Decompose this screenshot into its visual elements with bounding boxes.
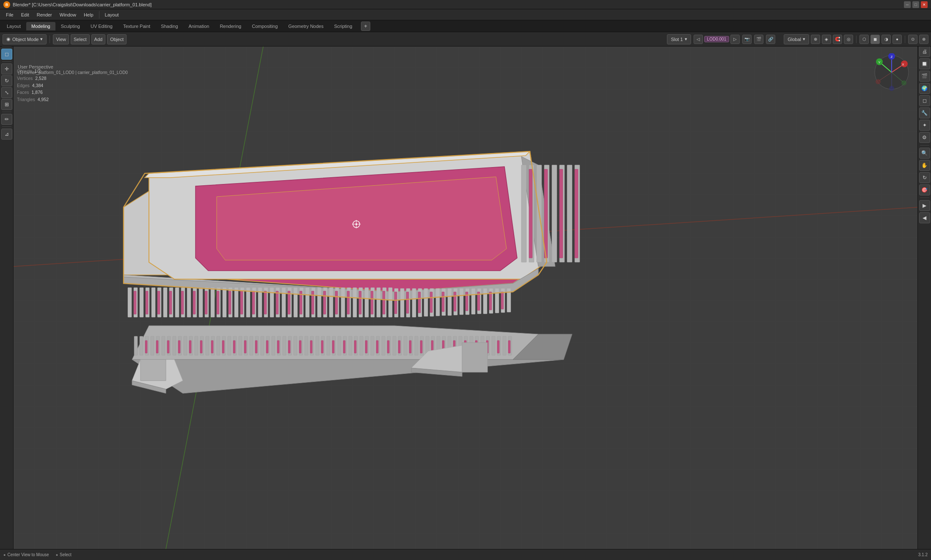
overlays-btn[interactable]: ⊙ (908, 35, 917, 44)
svg-rect-208 (288, 291, 290, 314)
tab-compositing[interactable]: Compositing (247, 22, 283, 30)
tab-scripting[interactable]: Scripting (329, 22, 357, 30)
navigation-gizmo[interactable]: X Y Z (873, 53, 911, 91)
tool-transform[interactable]: ⊞ (1, 99, 12, 110)
tab-modeling[interactable]: Modeling (26, 22, 55, 30)
lod-prev-btn[interactable]: ◁ (694, 35, 703, 44)
transform-icon-btn[interactable]: ⊕ (811, 35, 820, 44)
add-menu[interactable]: Add (91, 34, 106, 44)
close-button[interactable]: ✕ (921, 1, 928, 8)
tab-layout[interactable]: Layout (2, 22, 26, 30)
scene-properties-btn[interactable]: 🎬 (919, 71, 930, 82)
minimize-button[interactable]: ─ (904, 1, 911, 8)
svg-rect-120 (552, 165, 557, 262)
link-btn[interactable]: 🔗 (766, 35, 775, 44)
svg-rect-144 (211, 288, 215, 317)
nav-pan-btn[interactable]: ✋ (919, 160, 930, 171)
lod-badge: LOD0.001 (704, 36, 730, 42)
tool-select[interactable]: ◻ (1, 49, 12, 60)
solid-btn active[interactable]: ◼ (870, 35, 880, 44)
svg-rect-202 (217, 291, 219, 314)
tool-annotate[interactable]: ✏ (1, 114, 12, 125)
svg-rect-216 (383, 291, 385, 314)
status-select: Select (60, 552, 72, 557)
sidebar-toggle[interactable]: ▶ (919, 200, 930, 211)
svg-rect-87 (277, 340, 279, 353)
svg-rect-210 (311, 291, 314, 314)
nav-zoom-btn[interactable]: 🔍 (919, 148, 930, 159)
svg-rect-76 (156, 340, 158, 353)
object-menu[interactable]: Object (107, 34, 127, 44)
world-properties-btn[interactable]: 🌍 (919, 83, 930, 94)
pivot-btn[interactable]: ◈ (822, 35, 831, 44)
svg-rect-91 (321, 340, 323, 353)
tab-rendering[interactable]: Rendering (215, 22, 246, 30)
material-btn[interactable]: ◑ (881, 35, 891, 44)
svg-text:Z: Z (891, 55, 893, 59)
nav-fly-btn[interactable]: 🎯 (919, 184, 930, 195)
svg-rect-11 (162, 336, 165, 355)
tool-scale[interactable]: ⤡ (1, 87, 12, 98)
svg-rect-213 (347, 291, 350, 314)
svg-rect-97 (387, 340, 389, 353)
tab-texture-paint[interactable]: Texture Paint (118, 22, 155, 30)
tab-shading[interactable]: Shading (156, 22, 183, 30)
menu-file[interactable]: File (3, 11, 17, 18)
menu-window[interactable]: Window (56, 11, 80, 18)
toolbar-toggle[interactable]: ◀ (919, 212, 930, 223)
slot-indicator[interactable]: Slot 1 ▾ (667, 34, 691, 44)
svg-marker-231 (462, 343, 488, 372)
object-properties-btn[interactable]: ◻ (919, 95, 930, 106)
svg-rect-164 (329, 288, 333, 317)
tab-sculpting[interactable]: Sculpting (56, 22, 85, 30)
view-layer-btn[interactable]: 🔲 (919, 58, 930, 69)
output-properties-btn[interactable]: 🖨 (919, 46, 930, 57)
scene-btn[interactable]: 🎬 (754, 35, 763, 44)
particles-btn[interactable]: ✦ (919, 120, 930, 131)
wireframe-btn[interactable]: ⬡ (859, 35, 869, 44)
svg-rect-126 (559, 169, 563, 258)
tab-uv-editing[interactable]: UV Editing (85, 22, 118, 30)
maximize-button[interactable]: □ (912, 1, 919, 8)
svg-rect-186 (460, 288, 463, 315)
select-menu[interactable]: Select (71, 34, 90, 44)
svg-rect-51 (382, 336, 385, 355)
rendered-btn[interactable]: ● (892, 35, 902, 44)
layout-item[interactable]: Layout (102, 11, 122, 18)
modifier-properties-btn[interactable]: 🔧 (919, 107, 930, 118)
add-workspace-button[interactable]: + (361, 22, 370, 31)
svg-rect-86 (266, 340, 268, 353)
svg-rect-73 (503, 336, 506, 355)
object-info-label: (1) carrier_platform_01_LOD0 | carrier_p… (18, 70, 128, 75)
menu-render[interactable]: Render (33, 11, 55, 18)
proportional-btn[interactable]: ◎ (844, 35, 853, 44)
gizmos-btn[interactable]: ⊕ (919, 35, 928, 44)
tool-rotate[interactable]: ↻ (1, 75, 12, 86)
svg-rect-140 (187, 288, 191, 317)
global-dropdown[interactable]: Global ▾ (784, 34, 809, 44)
object-mode-dropdown[interactable]: ◉ Object Mode ▾ (3, 34, 47, 44)
svg-rect-107 (497, 340, 499, 353)
svg-text:X: X (902, 63, 904, 66)
svg-rect-134 (151, 288, 155, 317)
svg-rect-195 (134, 291, 136, 314)
menu-edit[interactable]: Edit (18, 11, 33, 18)
svg-rect-222 (454, 292, 456, 311)
tab-geometry-nodes[interactable]: Geometry Nodes (283, 22, 328, 30)
lod-next-btn[interactable]: ▷ (730, 35, 740, 44)
tool-move[interactable]: ✛ (1, 63, 12, 74)
camera-btn[interactable]: 📷 (742, 35, 752, 44)
svg-rect-205 (252, 291, 255, 314)
view-menu[interactable]: View (53, 34, 69, 44)
tool-measure[interactable]: ⊿ (1, 129, 12, 140)
3d-viewport[interactable]: User Perspective (1) carrier_platform_01… (14, 47, 917, 549)
svg-rect-93 (343, 340, 345, 353)
nav-rotate-view-btn[interactable]: ↻ (919, 172, 930, 183)
tab-animation[interactable]: Animation (184, 22, 215, 30)
physics-btn[interactable]: ⚙ (919, 132, 930, 143)
svg-rect-85 (255, 340, 257, 353)
svg-rect-204 (240, 291, 243, 314)
menu-help[interactable]: Help (80, 11, 97, 18)
svg-rect-17 (195, 336, 198, 355)
snap-btn[interactable]: 🧲 (833, 35, 842, 44)
